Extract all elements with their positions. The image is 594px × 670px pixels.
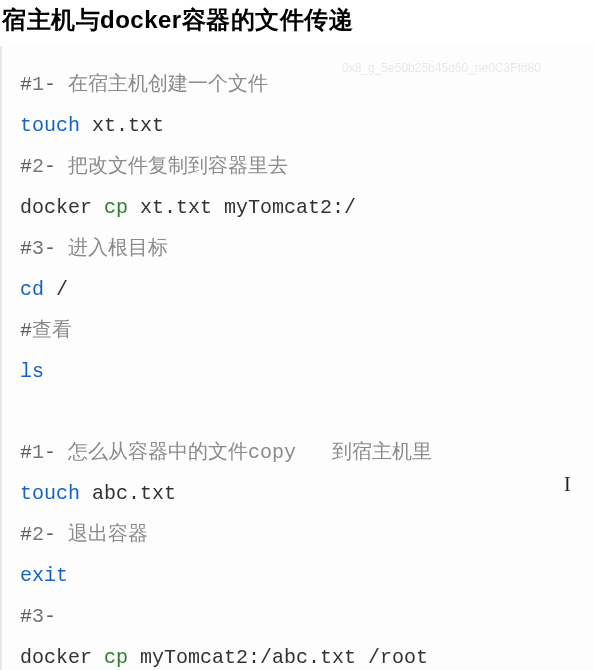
comment-num: 3 (32, 237, 44, 260)
code-line: touch abc.txt (20, 473, 578, 514)
arg: abc.txt (80, 482, 176, 505)
code-line: exit (20, 555, 578, 596)
comment-hash: # (20, 319, 32, 342)
comment-dash: - (44, 441, 56, 464)
cmd-cp: cp (104, 646, 128, 669)
arg: xt.txt myTomcat2:/ (128, 196, 356, 219)
keyword-ls: ls (20, 360, 44, 383)
comment-hash: # (20, 605, 32, 628)
code-line: #2- 退出容器 (20, 514, 578, 555)
comment-text: 在宿主机创建一个文件 (56, 73, 268, 96)
code-line: docker cp xt.txt myTomcat2:/ (20, 187, 578, 228)
code-line: cd / (20, 269, 578, 310)
keyword-touch: touch (20, 114, 80, 137)
comment-text: 怎么从容器中的文件copy 到宿主机里 (56, 441, 432, 464)
comment-text: 查看 (32, 319, 72, 342)
keyword-touch: touch (20, 482, 80, 505)
keyword-exit: exit (20, 564, 68, 587)
page-title: 宿主机与docker容器的文件传递 (0, 0, 594, 46)
keyword-cd: cd (20, 278, 44, 301)
comment-dash: - (44, 73, 56, 96)
comment-num: 1 (32, 441, 44, 464)
code-line: #3- 进入根目标 (20, 228, 578, 269)
cmd-cp: cp (104, 196, 128, 219)
comment-dash: - (44, 237, 56, 260)
comment-dash: - (44, 523, 56, 546)
cmd-docker: docker (20, 196, 104, 219)
comment-hash: # (20, 155, 32, 178)
comment-hash: # (20, 523, 32, 546)
comment-hash: # (20, 441, 32, 464)
comment-text: 退出容器 (56, 523, 148, 546)
code-line: #2- 把改文件复制到容器里去 (20, 146, 578, 187)
code-line: #1- 怎么从容器中的文件copy 到宿主机里 (20, 432, 578, 473)
arg: / (44, 278, 68, 301)
blank-line: 0x8_g_5e50b25b45d60_ne0C3Ffd80 (20, 392, 578, 432)
code-line: #查看 (20, 310, 578, 351)
code-line: ls (20, 351, 578, 392)
comment-num: 1 (32, 73, 44, 96)
code-block: #1- 在宿主机创建一个文件 touch xt.txt #2- 把改文件复制到容… (0, 46, 594, 670)
arg: myTomcat2:/abc.txt /root (128, 646, 428, 669)
code-line: docker cp myTomcat2:/abc.txt /root (20, 637, 578, 670)
comment-dash: - (44, 605, 56, 628)
code-line: touch xt.txt (20, 105, 578, 146)
comment-hash: # (20, 237, 32, 260)
code-line: #1- 在宿主机创建一个文件 (20, 64, 578, 105)
cmd-docker: docker (20, 646, 104, 669)
arg: xt.txt (80, 114, 164, 137)
code-line: #3- (20, 596, 578, 637)
comment-hash: # (20, 73, 32, 96)
comment-dash: - (44, 155, 56, 178)
comment-num: 2 (32, 523, 44, 546)
comment-num: 2 (32, 155, 44, 178)
comment-num: 3 (32, 605, 44, 628)
comment-text: 把改文件复制到容器里去 (56, 155, 288, 178)
comment-text: 进入根目标 (56, 237, 168, 260)
